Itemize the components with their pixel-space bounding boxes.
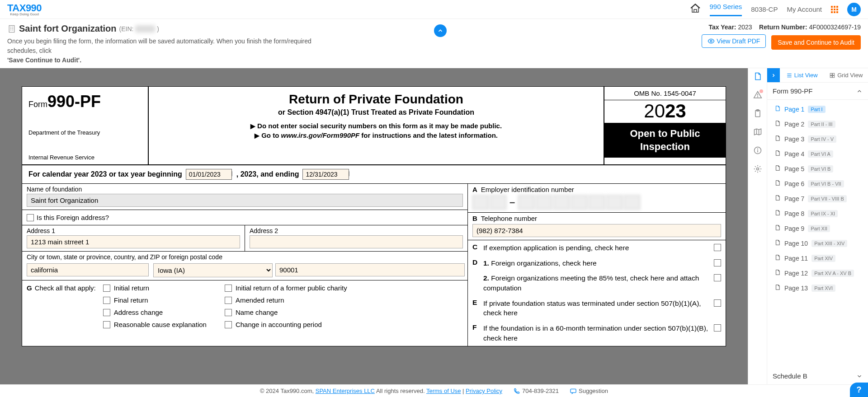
g-col-1: Initial returnFinal returnAddress change…	[103, 284, 207, 328]
zip-input[interactable]	[275, 263, 465, 276]
page-icon	[774, 194, 781, 203]
g-label: Check all that apply:	[35, 284, 96, 328]
nav-page-badge: Part XIV	[811, 255, 835, 262]
page-icon	[774, 164, 781, 173]
warning-icon[interactable]	[753, 90, 762, 101]
form-head-left: Form990-PF Department of the Treasury In…	[22, 87, 149, 164]
phone-contact[interactable]: 704-839-2321	[513, 388, 559, 395]
collapse-rail-button[interactable]	[767, 68, 780, 82]
sub-header-right: Tax Year: 2023 Return Number: 4F00003246…	[702, 23, 861, 65]
g-checkbox[interactable]	[225, 309, 232, 316]
g-checkbox-item: Initial return	[103, 284, 207, 292]
home-icon[interactable]	[690, 3, 701, 15]
form-head-center: Return of Private Foundation or Section …	[149, 87, 604, 164]
city-state-zip-row: Iowa (IA)	[22, 262, 467, 280]
checkbox-f[interactable]	[714, 324, 721, 332]
nav-page-item[interactable]: Page 7Part VII - VIII B	[767, 191, 868, 206]
phone-input[interactable]	[472, 224, 721, 237]
collapse-header-button[interactable]	[434, 24, 447, 37]
page-icon	[774, 149, 781, 158]
nav-page-item[interactable]: Page 9Part XII	[767, 221, 868, 236]
form-note-2: ▶ Go to www.irs.gov/Form990PF for instru…	[153, 131, 599, 139]
row-d1: D 1. Foreign organizations, check here	[468, 256, 726, 271]
info-grid: Name of foundation Is this Foreign addre…	[22, 184, 726, 346]
checkbox-e[interactable]	[714, 299, 721, 307]
checkbox-c[interactable]	[714, 244, 721, 251]
start-date-input[interactable]: 01/01/2023	[186, 169, 232, 180]
avatar[interactable]: M	[847, 3, 861, 16]
form-canvas[interactable]: Form990-PF Department of the Treasury In…	[0, 68, 748, 397]
save-continue-button[interactable]: Save and Continue to Audit	[771, 35, 861, 50]
page-icon[interactable]	[753, 72, 762, 82]
nav-page-item[interactable]: Page 13Part XVI	[767, 280, 868, 295]
city-label: City or town, state or province, country…	[27, 253, 463, 261]
checkbox-d2[interactable]	[714, 274, 721, 281]
g-columns: Initial returnFinal returnAddress change…	[103, 284, 463, 328]
list-view-tab[interactable]: List View	[780, 68, 824, 82]
nav-8038-cp[interactable]: 8038-CP	[751, 5, 778, 13]
nav-page-label: Page 13	[784, 285, 808, 292]
g-checkbox[interactable]	[103, 309, 110, 316]
foundation-name-input[interactable]	[27, 194, 463, 207]
nav-page-item[interactable]: Page 5Part VI B	[767, 161, 868, 176]
building-icon	[7, 24, 16, 33]
info-icon[interactable]	[753, 146, 762, 156]
nav-page-item[interactable]: Page 11Part XIV	[767, 251, 868, 266]
logo-block[interactable]: TAX990 Keep Doing Good	[7, 2, 42, 16]
g-checkbox[interactable]	[225, 285, 232, 292]
nav-990-series[interactable]: 990 Series	[710, 3, 742, 16]
section-schedule-b[interactable]: Schedule B	[767, 368, 868, 385]
suggestion-link[interactable]: Suggestion	[570, 388, 608, 395]
span-enterprises-link[interactable]: SPAN Enterprises LLC	[316, 388, 375, 394]
checkbox-d1[interactable]	[714, 259, 721, 266]
name-field-row: Name of foundation	[22, 184, 467, 210]
logo-tagline: Keep Doing Good	[7, 12, 42, 16]
g-checkbox-item: Change in accounting period	[225, 321, 347, 328]
info-right: AEmployer identification number – BTelep…	[468, 184, 726, 346]
end-date-input[interactable]: 12/31/2023	[302, 169, 349, 180]
nav-page-badge: Part IX - XI	[808, 210, 838, 217]
foreign-address-checkbox[interactable]	[27, 214, 34, 221]
help-button[interactable]: ?	[850, 383, 868, 397]
nav-page-item[interactable]: Page 12Part XV A - XV B	[767, 266, 868, 280]
apps-grid-icon[interactable]	[831, 6, 838, 13]
state-select[interactable]: Iowa (IA)	[153, 263, 273, 277]
view-draft-pdf-button[interactable]: View Draft PDF	[702, 34, 766, 48]
g-checkbox[interactable]	[103, 321, 110, 328]
map-icon[interactable]	[753, 127, 762, 138]
g-checkbox[interactable]	[103, 285, 110, 292]
privacy-link[interactable]: Privacy Policy	[466, 388, 502, 394]
nav-page-item[interactable]: Page 4Part VI A	[767, 146, 868, 161]
terms-link[interactable]: Terms of Use	[426, 388, 461, 394]
section-form-990pf[interactable]: Form 990-PF	[767, 83, 868, 100]
clipboard-icon[interactable]	[753, 109, 762, 119]
nav-page-label: Page 6	[784, 180, 804, 187]
nav-page-badge: Part VI B	[808, 165, 833, 173]
address2-input[interactable]	[250, 235, 463, 248]
gear-icon[interactable]	[753, 164, 762, 175]
address1-input[interactable]	[27, 235, 240, 248]
sub-header: Saint fort Organization (EIN: ) Once you…	[0, 19, 868, 68]
open-to-public: Open to Public Inspection	[604, 123, 726, 158]
g-col-2: Initial return of a former public charit…	[225, 284, 347, 328]
nav-page-item[interactable]: Page 6Part VI B - VII	[767, 176, 868, 191]
nav-page-badge: Part I	[808, 106, 825, 113]
meta-line: Tax Year: 2023 Return Number: 4F00003246…	[702, 23, 861, 31]
nav-page-item[interactable]: Page 3Part IV - V	[767, 131, 868, 146]
g-item-label: Final return	[114, 296, 148, 304]
top-header: TAX990 Keep Doing Good 990 Series 8038-C…	[0, 0, 868, 19]
g-checkbox[interactable]	[103, 297, 110, 304]
grid-view-tab[interactable]: Grid View	[824, 68, 868, 82]
g-item-label: Initial return of a former public charit…	[236, 284, 347, 292]
nav-page-item[interactable]: Page 1Part I	[767, 102, 868, 117]
g-checkbox[interactable]	[225, 321, 232, 328]
nav-page-item[interactable]: Page 10Part XIII - XIV	[767, 236, 868, 251]
page-icon	[774, 224, 781, 233]
city-input[interactable]	[27, 263, 149, 276]
nav-page-item[interactable]: Page 8Part IX - XI	[767, 206, 868, 221]
nav-page-item[interactable]: Page 2Part II - III	[767, 117, 868, 131]
top-right-nav: 990 Series 8038-CP My Account M	[690, 3, 861, 16]
ein-boxes[interactable]: –	[472, 195, 721, 210]
nav-my-account[interactable]: My Account	[787, 5, 822, 13]
g-checkbox[interactable]	[225, 297, 232, 304]
